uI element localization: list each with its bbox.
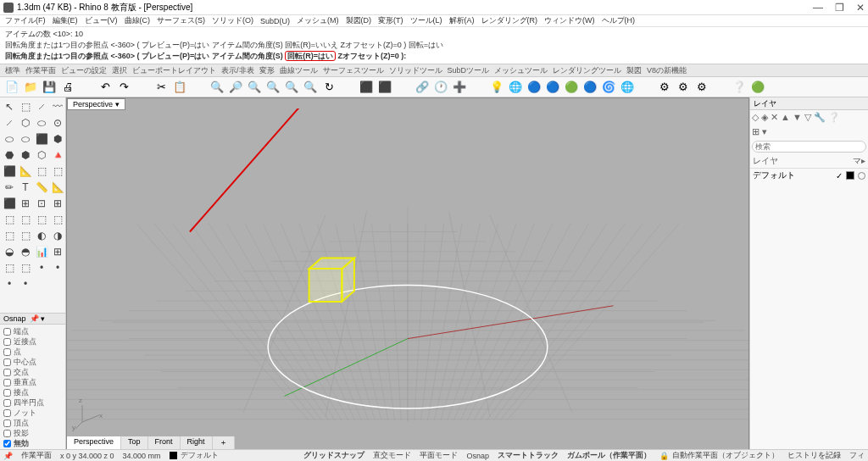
menu-item[interactable]: SubD(U) [260,17,290,25]
tool-button[interactable]: ⬢ [18,147,33,163]
tool-button[interactable]: ◐ [34,228,49,243]
status-toggle[interactable]: グリッドスナップ [303,450,364,461]
status-toggle[interactable]: スマートトラック [498,450,559,461]
toolbar-button[interactable]: 🔵 [581,79,598,96]
toolbar-button[interactable] [712,79,729,96]
tool-button[interactable]: ⊡ [34,196,49,211]
tool-button[interactable]: ⊙ [50,115,65,131]
tool-button[interactable]: ⊞ [50,196,65,211]
menu-item[interactable]: ヘルプ(H) [602,15,636,26]
toolbar-button[interactable]: 🔍 [264,79,281,96]
toolbar-button[interactable]: ⬛ [376,79,393,96]
tool-button[interactable]: ⊞ [50,244,65,259]
tool-button[interactable]: T [18,180,33,195]
osnap-item[interactable]: 投影 [3,428,62,438]
toolbar-button[interactable]: ⚙ [693,79,710,96]
status-toggle[interactable]: フィ [849,450,865,461]
toolbar-button[interactable]: 💾 [41,79,58,96]
toolbar-tab[interactable]: 表示/非表 [221,65,254,76]
toolbar-button[interactable] [470,79,487,96]
grid-icon[interactable]: ⊞ ▾ [752,126,767,137]
status-toggle[interactable]: 平面モード [420,450,458,461]
viewport-tab[interactable]: Front [148,436,181,449]
toolbar-button[interactable]: ⚙ [675,79,692,96]
status-toggle[interactable]: 直交モード [373,450,411,461]
status-toggle[interactable]: 🔒自動作業平面（オブジェクト） [659,450,779,461]
tool-button[interactable]: ⬚ [34,164,49,179]
tool-button[interactable]: ⬭ [34,115,49,131]
toolbar-button[interactable]: 🟢 [749,79,766,96]
toolbar-button[interactable]: 🖨 [59,79,76,96]
status-toggle[interactable]: ヒストリを記録 [787,450,841,461]
tool-button[interactable]: 🔺 [50,147,65,163]
tool-button[interactable]: ⬚ [50,212,65,227]
toolbar-button[interactable]: 📁 [22,79,39,96]
toolbar-button[interactable]: 🔍 [302,79,319,96]
tool-button[interactable]: ⬚ [18,99,33,114]
tool-button[interactable]: • [18,276,33,292]
toolbar-button[interactable]: 🔎 [227,79,244,96]
status-cplane[interactable]: 作業平面 [21,450,52,461]
toolbar-tab[interactable]: 作業平面 [25,65,56,76]
toolbar-button[interactable]: 🌐 [619,79,636,96]
toolbar-tab[interactable]: 変形 [259,65,275,76]
toolbar-tab[interactable]: ビューポートレイアウト [132,65,216,76]
toolbar-button[interactable] [637,79,654,96]
minimize-button[interactable]: ― [813,2,823,14]
menu-item[interactable]: サーフェス(S) [157,15,205,26]
osnap-item[interactable]: 接点 [3,387,62,397]
viewport[interactable]: Perspective ▾ z [66,97,749,450]
tool-button[interactable]: ⬣ [2,147,17,163]
toolbar-button[interactable]: 🌐 [507,79,524,96]
toolbar-tab[interactable]: ソリッドツール [389,65,442,76]
toolbar-button[interactable]: ↶ [97,79,114,96]
help-icon[interactable]: ❔ [828,112,840,123]
layer-sublayer-icon[interactable]: ◈ [761,112,768,123]
toolbar-button[interactable]: ⚙ [656,79,673,96]
tool-button[interactable]: ⬢ [50,131,65,147]
toolbar-button[interactable]: 📄 [3,79,20,96]
toolbar-tab[interactable]: サーフェスツール [323,65,384,76]
osnap-item[interactable]: ノット [3,408,62,418]
filter-icon[interactable]: ▽ [804,112,811,123]
osnap-item[interactable]: 垂直点 [3,377,62,387]
osnap-item[interactable]: 交点 [3,367,62,377]
menu-item[interactable]: ソリッド(O) [212,15,253,26]
menu-item[interactable]: 製図(D) [346,15,372,26]
toolbar-tab[interactable]: メッシュツール [494,65,548,76]
toolbar-button[interactable]: ↷ [115,79,132,96]
toolbar-button[interactable]: ➕ [451,79,468,96]
tool-button[interactable]: ⬚ [50,164,65,179]
toolbar-button[interactable]: 📋 [171,79,188,96]
osnap-header[interactable]: Osnap📌 ▾ [0,313,65,325]
layer-down-icon[interactable]: ▼ [793,112,802,123]
osnap-item[interactable]: 近接点 [3,336,62,347]
menu-item[interactable]: メッシュ(M) [297,15,339,26]
toolbar-button[interactable]: 🕐 [432,79,449,96]
toolbar-button[interactable]: ✂ [153,79,170,96]
tool-button[interactable]: ⬡ [34,147,49,163]
layers-panel-header[interactable]: レイヤ [750,97,868,110]
toolbar-tab[interactable]: SubDツール [448,65,490,76]
tool-button[interactable]: 📊 [34,244,49,259]
tool-button[interactable]: ⬚ [2,212,17,227]
tool-button[interactable]: ⬚ [18,228,33,243]
tool-button[interactable]: ⬛ [2,196,17,211]
toolbar-button[interactable]: 🔵 [544,79,561,96]
tool-button[interactable]: • [50,260,65,275]
toolbar-button[interactable]: 🟢 [563,79,580,96]
status-layer[interactable]: デフォルト [170,450,219,461]
tool-button[interactable]: 📐 [50,180,65,195]
tool-button[interactable]: ↖ [2,99,17,114]
toolbar-button[interactable]: 💡 [488,79,505,96]
osnap-item[interactable]: 中心点 [3,357,62,367]
layer-color-swatch[interactable] [846,171,854,180]
osnap-item[interactable]: 点 [3,347,62,357]
layer-row[interactable]: デフォルト ✓ [750,169,868,182]
tool-button[interactable]: ⬛ [34,131,49,147]
tool-button[interactable]: ◓ [18,244,33,259]
osnap-item[interactable]: 四半円点 [3,397,62,408]
tool-button[interactable]: ⬚ [18,260,33,275]
menu-item[interactable]: 変形(T) [378,15,403,26]
menu-item[interactable]: レンダリング(R) [481,15,538,26]
